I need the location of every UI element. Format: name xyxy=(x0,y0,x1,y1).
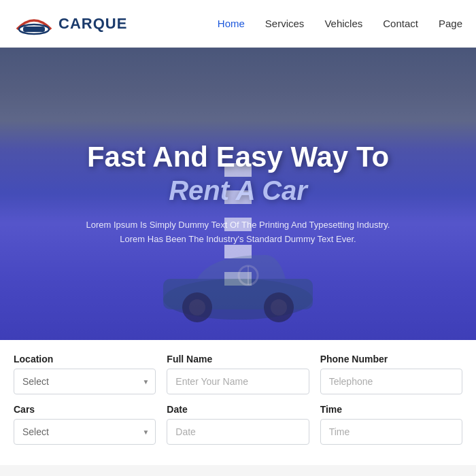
date-label: Date xyxy=(167,404,309,415)
booking-form-section: Location Select New York Los Angeles Ful… xyxy=(0,340,476,465)
nav-contact[interactable]: Contact xyxy=(383,18,418,29)
phone-label: Phone Number xyxy=(320,354,462,364)
cars-group: Cars Select Sedan SUV xyxy=(14,404,156,445)
hero-title-sub: Rent A Car xyxy=(169,175,307,206)
time-group: Time xyxy=(320,404,462,445)
phone-input[interactable] xyxy=(320,369,462,394)
location-select-wrapper: Select New York Los Angeles xyxy=(14,369,156,394)
fullname-label: Full Name xyxy=(167,354,309,364)
hero-title-main: Fast And Easy Way To xyxy=(87,141,389,173)
form-row-1: Location Select New York Los Angeles Ful… xyxy=(14,354,462,394)
cars-label: Cars xyxy=(14,404,156,415)
nav: Home Services Vehicles Contact Page xyxy=(218,18,462,29)
cars-select-wrapper: Select Sedan SUV xyxy=(14,419,156,445)
time-input[interactable] xyxy=(320,419,462,445)
location-select[interactable]: Select New York Los Angeles xyxy=(14,369,156,394)
nav-vehicles[interactable]: Vehicles xyxy=(324,18,362,29)
logo-icon xyxy=(14,10,54,37)
logo-area: CARQUE xyxy=(14,10,127,37)
location-group: Location Select New York Los Angeles xyxy=(14,354,156,394)
nav-page[interactable]: Page xyxy=(439,18,462,29)
nav-services[interactable]: Services xyxy=(265,18,305,29)
hero-description: Lorem Ipsum Is Simply Dummy Text Of The … xyxy=(75,218,401,247)
nav-home[interactable]: Home xyxy=(218,18,245,29)
logo-text: CARQUE xyxy=(58,15,127,33)
location-label: Location xyxy=(14,354,156,364)
header: CARQUE Home Services Vehicles Contact Pa… xyxy=(0,0,476,48)
hero-content: Fast And Easy Way To Rent A Car Lorem Ip… xyxy=(0,48,476,340)
svg-rect-1 xyxy=(23,27,45,32)
date-group: Date xyxy=(167,404,309,445)
date-input[interactable] xyxy=(167,419,309,445)
form-row-2: Cars Select Sedan SUV Date Time xyxy=(14,404,462,445)
cars-select[interactable]: Select Sedan SUV xyxy=(14,419,156,445)
fullname-group: Full Name xyxy=(167,354,309,394)
phone-group: Phone Number xyxy=(320,354,462,394)
time-label: Time xyxy=(320,404,462,415)
hero-section: Fast And Easy Way To Rent A Car Lorem Ip… xyxy=(0,48,476,340)
fullname-input[interactable] xyxy=(167,369,309,394)
